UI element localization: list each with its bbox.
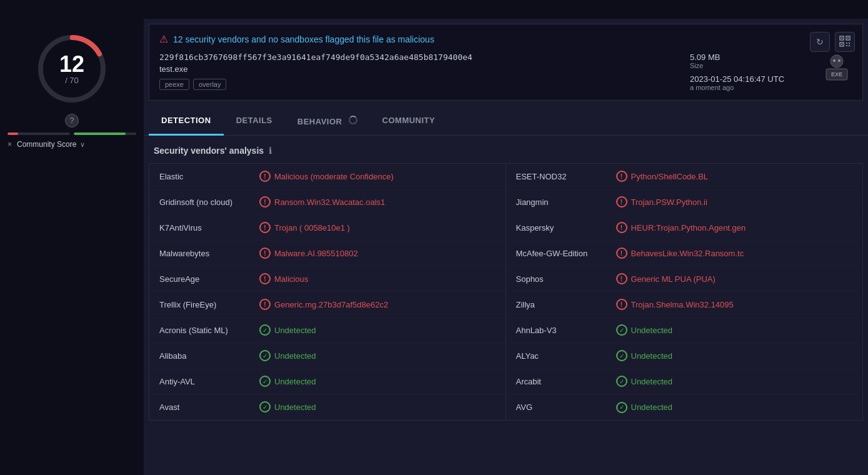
- detection-row-right-7: ALYac✓Undetected: [506, 343, 863, 369]
- detection-row-left-1: Gridinsoft (no cloud)!Ransom.Win32.Wacat…: [149, 189, 506, 215]
- detection-result: Trojan ( 0058e10e1 ): [274, 223, 496, 232]
- detection-table-wrapper: Elastic!Malicious (moderate Confidence)E…: [149, 163, 863, 421]
- svg-point-2: [831, 55, 843, 68]
- vendor-name: Alibaba: [159, 351, 259, 361]
- vendor-name: ESET-NOD32: [516, 172, 616, 181]
- detection-result: Undetected: [631, 377, 853, 386]
- detection-result: Undetected: [631, 351, 853, 361]
- tab-community[interactable]: COMMUNITY: [370, 108, 448, 136]
- svg-text:EXE: EXE: [831, 71, 842, 78]
- alert-icon: ⚠: [159, 33, 168, 45]
- clean-icon: ✓: [616, 376, 631, 387]
- chevron-down-icon[interactable]: ∨: [80, 141, 85, 149]
- file-icon-section: EXE: [821, 52, 852, 84]
- detection-two-col: Elastic!Malicious (moderate Confidence)E…: [149, 164, 862, 420]
- malicious-icon: !: [259, 248, 274, 259]
- vendor-name: Sophos: [516, 274, 616, 284]
- detection-row-right-3: McAfee-GW-Edition!BehavesLike.Win32.Rans…: [506, 241, 863, 266]
- detection-result: Python/ShellCode.BL: [631, 172, 853, 181]
- info-icon[interactable]: ℹ: [269, 146, 272, 156]
- refresh-button[interactable]: ↻: [810, 32, 830, 52]
- vendor-name: Kaspersky: [516, 223, 616, 232]
- tabs-row: DETECTION DETAILS BEHAVIOR COMMUNITY: [144, 108, 868, 136]
- clean-icon: ✓: [259, 376, 274, 387]
- detection-row-right-6: AhnLab-V3✓Undetected: [506, 318, 863, 343]
- qr-button[interactable]: [835, 32, 855, 52]
- detection-result: Generic.mg.27b3d7af5d8e62c2: [274, 300, 496, 309]
- malicious-icon: !: [616, 299, 631, 310]
- detection-result: Malware.AI.985510802: [274, 249, 496, 258]
- detection-row-right-1: Jiangmin!Trojan.PSW.Python.ii: [506, 189, 863, 215]
- detection-row-right-9: AVG✓Undetected: [506, 394, 863, 420]
- alert-text: 12 security vendors and no sandboxes fla…: [173, 34, 434, 44]
- detection-result: Trojan.Shelma.Win32.14095: [631, 300, 853, 309]
- detection-row-left-8: Antiy-AVL✓Undetected: [149, 369, 506, 394]
- svg-rect-14: [849, 42, 850, 44]
- vendor-name: AhnLab-V3: [516, 326, 616, 335]
- svg-point-6: [838, 59, 841, 62]
- malicious-icon: !: [259, 196, 274, 208]
- svg-rect-15: [846, 45, 847, 46]
- svg-rect-12: [841, 44, 842, 45]
- refresh-icon: ↻: [816, 37, 824, 47]
- vendor-name: Arcabit: [516, 377, 616, 386]
- malicious-icon: !: [259, 222, 274, 233]
- question-badge[interactable]: ?: [65, 114, 79, 128]
- vendor-name: Zillya: [516, 300, 616, 309]
- close-community-score-btn[interactable]: ×: [7, 140, 12, 149]
- qr-icon: [839, 36, 851, 49]
- detection-result: Malicious: [274, 274, 496, 284]
- file-name: test.exe: [159, 64, 671, 74]
- detection-row-right-8: Arcabit✓Undetected: [506, 369, 863, 394]
- detection-result: Ransom.Win32.Wacatac.oals1: [274, 198, 496, 207]
- detection-result: Malicious (moderate Confidence): [274, 172, 496, 181]
- detection-row-left-6: Acronis (Static ML)✓Undetected: [149, 318, 506, 343]
- file-hash-section: 229f816cb3767698ff567f3e3a91641eaf749de9…: [159, 52, 671, 90]
- detection-result: Undetected: [631, 402, 853, 412]
- malicious-icon: !: [259, 299, 274, 310]
- vendor-name: Jiangmin: [516, 198, 616, 207]
- clean-icon: ✓: [616, 350, 631, 361]
- malicious-icon: !: [616, 222, 631, 233]
- file-info-header: ⚠ 12 security vendors and no sandboxes f…: [149, 24, 863, 101]
- vendor-name: Avast: [159, 402, 259, 412]
- detection-result: Undetected: [631, 326, 853, 335]
- sidebar: 12 / 70 ? × Community Score ∨: [0, 19, 144, 475]
- vendor-name: Gridinsoft (no cloud): [159, 198, 259, 207]
- tag-peexe[interactable]: peexe: [159, 79, 189, 90]
- detection-row-left-5: Trellix (FireEye)!Generic.mg.27b3d7af5d8…: [149, 292, 506, 318]
- detection-row-right-4: Sophos!Generic ML PUA (PUA): [506, 266, 863, 292]
- exe-file-icon: EXE: [821, 52, 852, 84]
- file-hash: 229f816cb3767698ff567f3e3a91641eaf749de9…: [159, 52, 671, 62]
- vendor-name: McAfee-GW-Edition: [516, 249, 616, 258]
- tab-details[interactable]: DETAILS: [224, 108, 285, 136]
- file-date-value: 2023-01-25 04:16:47 UTC: [690, 74, 802, 84]
- malicious-icon: !: [616, 171, 631, 182]
- vendor-name: Acronis (Static ML): [159, 326, 259, 335]
- svg-rect-13: [846, 42, 847, 44]
- detection-row-left-9: Avast✓Undetected: [149, 394, 506, 420]
- detection-result: Undetected: [274, 326, 496, 335]
- score-total: / 70: [59, 76, 84, 85]
- detection-row-right-5: Zillya!Trojan.Shelma.Win32.14095: [506, 292, 863, 318]
- detection-result: Undetected: [274, 402, 496, 412]
- svg-rect-8: [841, 38, 842, 39]
- file-meta: 5.09 MB Size 2023-01-25 04:16:47 UTC a m…: [690, 52, 802, 91]
- clean-icon: ✓: [616, 324, 631, 336]
- file-size-value: 5.09 MB: [690, 52, 802, 62]
- vendor-name: ALYac: [516, 351, 616, 361]
- tab-behavior[interactable]: BEHAVIOR: [285, 108, 370, 136]
- svg-rect-10: [847, 38, 849, 39]
- detection-row-left-7: Alibaba✓Undetected: [149, 343, 506, 369]
- detection-row-left-0: Elastic!Malicious (moderate Confidence): [149, 164, 506, 189]
- malicious-icon: !: [616, 248, 631, 259]
- detection-row-left-3: Malwarebytes!Malware.AI.985510802: [149, 241, 506, 266]
- detection-result: Undetected: [274, 377, 496, 386]
- vendor-name: Elastic: [159, 172, 259, 181]
- content-area: ⚠ 12 security vendors and no sandboxes f…: [144, 19, 868, 475]
- tag-overlay[interactable]: overlay: [193, 79, 226, 90]
- clean-icon: ✓: [259, 350, 274, 361]
- clean-icon: ✓: [259, 324, 274, 336]
- tab-detection[interactable]: DETECTION: [149, 108, 224, 136]
- vendor-name: Malwarebytes: [159, 249, 259, 258]
